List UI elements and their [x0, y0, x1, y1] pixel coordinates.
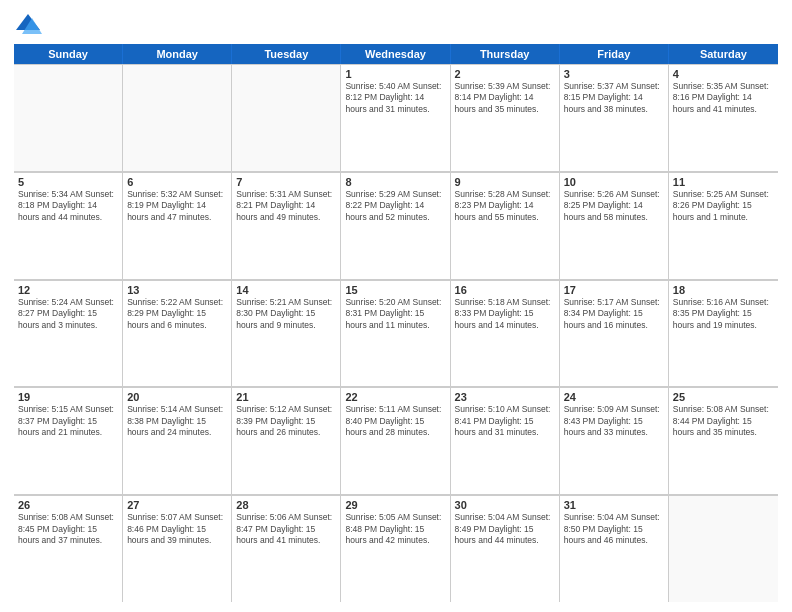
day-cell-14: 14Sunrise: 5:21 AM Sunset: 8:30 PM Dayli…: [232, 280, 341, 387]
day-info: Sunrise: 5:34 AM Sunset: 8:18 PM Dayligh…: [18, 189, 118, 223]
day-cell-12: 12Sunrise: 5:24 AM Sunset: 8:27 PM Dayli…: [14, 280, 123, 387]
day-number: 17: [564, 284, 664, 296]
day-cell-28: 28Sunrise: 5:06 AM Sunset: 8:47 PM Dayli…: [232, 495, 341, 602]
day-cell-22: 22Sunrise: 5:11 AM Sunset: 8:40 PM Dayli…: [341, 387, 450, 494]
page: SundayMondayTuesdayWednesdayThursdayFrid…: [0, 0, 792, 612]
header-day-thursday: Thursday: [451, 44, 560, 64]
day-cell-15: 15Sunrise: 5:20 AM Sunset: 8:31 PM Dayli…: [341, 280, 450, 387]
empty-cell: [123, 64, 232, 171]
day-info: Sunrise: 5:11 AM Sunset: 8:40 PM Dayligh…: [345, 404, 445, 438]
day-cell-16: 16Sunrise: 5:18 AM Sunset: 8:33 PM Dayli…: [451, 280, 560, 387]
day-number: 18: [673, 284, 774, 296]
day-cell-26: 26Sunrise: 5:08 AM Sunset: 8:45 PM Dayli…: [14, 495, 123, 602]
day-number: 3: [564, 68, 664, 80]
day-cell-21: 21Sunrise: 5:12 AM Sunset: 8:39 PM Dayli…: [232, 387, 341, 494]
day-info: Sunrise: 5:20 AM Sunset: 8:31 PM Dayligh…: [345, 297, 445, 331]
day-number: 4: [673, 68, 774, 80]
calendar-week-4: 19Sunrise: 5:15 AM Sunset: 8:37 PM Dayli…: [14, 387, 778, 495]
day-number: 13: [127, 284, 227, 296]
day-cell-18: 18Sunrise: 5:16 AM Sunset: 8:35 PM Dayli…: [669, 280, 778, 387]
day-info: Sunrise: 5:06 AM Sunset: 8:47 PM Dayligh…: [236, 512, 336, 546]
day-info: Sunrise: 5:31 AM Sunset: 8:21 PM Dayligh…: [236, 189, 336, 223]
day-number: 16: [455, 284, 555, 296]
day-cell-5: 5Sunrise: 5:34 AM Sunset: 8:18 PM Daylig…: [14, 172, 123, 279]
logo: [14, 10, 46, 38]
day-number: 21: [236, 391, 336, 403]
day-number: 29: [345, 499, 445, 511]
day-cell-20: 20Sunrise: 5:14 AM Sunset: 8:38 PM Dayli…: [123, 387, 232, 494]
day-number: 1: [345, 68, 445, 80]
header-day-saturday: Saturday: [669, 44, 778, 64]
day-number: 31: [564, 499, 664, 511]
day-cell-29: 29Sunrise: 5:05 AM Sunset: 8:48 PM Dayli…: [341, 495, 450, 602]
logo-icon: [14, 10, 42, 38]
day-cell-3: 3Sunrise: 5:37 AM Sunset: 8:15 PM Daylig…: [560, 64, 669, 171]
empty-cell: [14, 64, 123, 171]
day-info: Sunrise: 5:35 AM Sunset: 8:16 PM Dayligh…: [673, 81, 774, 115]
day-info: Sunrise: 5:05 AM Sunset: 8:48 PM Dayligh…: [345, 512, 445, 546]
day-number: 27: [127, 499, 227, 511]
day-cell-7: 7Sunrise: 5:31 AM Sunset: 8:21 PM Daylig…: [232, 172, 341, 279]
header-day-tuesday: Tuesday: [232, 44, 341, 64]
day-number: 26: [18, 499, 118, 511]
day-number: 20: [127, 391, 227, 403]
day-number: 11: [673, 176, 774, 188]
day-number: 10: [564, 176, 664, 188]
day-cell-8: 8Sunrise: 5:29 AM Sunset: 8:22 PM Daylig…: [341, 172, 450, 279]
day-info: Sunrise: 5:08 AM Sunset: 8:44 PM Dayligh…: [673, 404, 774, 438]
header-day-wednesday: Wednesday: [341, 44, 450, 64]
day-info: Sunrise: 5:37 AM Sunset: 8:15 PM Dayligh…: [564, 81, 664, 115]
day-cell-2: 2Sunrise: 5:39 AM Sunset: 8:14 PM Daylig…: [451, 64, 560, 171]
day-info: Sunrise: 5:21 AM Sunset: 8:30 PM Dayligh…: [236, 297, 336, 331]
header-day-sunday: Sunday: [14, 44, 123, 64]
day-number: 28: [236, 499, 336, 511]
day-info: Sunrise: 5:12 AM Sunset: 8:39 PM Dayligh…: [236, 404, 336, 438]
day-cell-31: 31Sunrise: 5:04 AM Sunset: 8:50 PM Dayli…: [560, 495, 669, 602]
day-info: Sunrise: 5:16 AM Sunset: 8:35 PM Dayligh…: [673, 297, 774, 331]
calendar-week-3: 12Sunrise: 5:24 AM Sunset: 8:27 PM Dayli…: [14, 280, 778, 388]
day-info: Sunrise: 5:09 AM Sunset: 8:43 PM Dayligh…: [564, 404, 664, 438]
day-cell-11: 11Sunrise: 5:25 AM Sunset: 8:26 PM Dayli…: [669, 172, 778, 279]
day-number: 19: [18, 391, 118, 403]
header-day-monday: Monday: [123, 44, 232, 64]
calendar-header: SundayMondayTuesdayWednesdayThursdayFrid…: [14, 44, 778, 64]
day-info: Sunrise: 5:08 AM Sunset: 8:45 PM Dayligh…: [18, 512, 118, 546]
day-info: Sunrise: 5:15 AM Sunset: 8:37 PM Dayligh…: [18, 404, 118, 438]
calendar-week-1: 1Sunrise: 5:40 AM Sunset: 8:12 PM Daylig…: [14, 64, 778, 172]
day-info: Sunrise: 5:10 AM Sunset: 8:41 PM Dayligh…: [455, 404, 555, 438]
day-number: 5: [18, 176, 118, 188]
day-info: Sunrise: 5:28 AM Sunset: 8:23 PM Dayligh…: [455, 189, 555, 223]
day-info: Sunrise: 5:18 AM Sunset: 8:33 PM Dayligh…: [455, 297, 555, 331]
day-cell-10: 10Sunrise: 5:26 AM Sunset: 8:25 PM Dayli…: [560, 172, 669, 279]
day-info: Sunrise: 5:25 AM Sunset: 8:26 PM Dayligh…: [673, 189, 774, 223]
day-number: 25: [673, 391, 774, 403]
day-number: 8: [345, 176, 445, 188]
day-number: 23: [455, 391, 555, 403]
day-number: 9: [455, 176, 555, 188]
day-cell-24: 24Sunrise: 5:09 AM Sunset: 8:43 PM Dayli…: [560, 387, 669, 494]
day-number: 15: [345, 284, 445, 296]
day-info: Sunrise: 5:04 AM Sunset: 8:49 PM Dayligh…: [455, 512, 555, 546]
empty-cell: [232, 64, 341, 171]
header: [14, 10, 778, 38]
calendar: SundayMondayTuesdayWednesdayThursdayFrid…: [14, 44, 778, 602]
day-info: Sunrise: 5:29 AM Sunset: 8:22 PM Dayligh…: [345, 189, 445, 223]
day-info: Sunrise: 5:39 AM Sunset: 8:14 PM Dayligh…: [455, 81, 555, 115]
day-cell-27: 27Sunrise: 5:07 AM Sunset: 8:46 PM Dayli…: [123, 495, 232, 602]
day-cell-9: 9Sunrise: 5:28 AM Sunset: 8:23 PM Daylig…: [451, 172, 560, 279]
day-number: 24: [564, 391, 664, 403]
header-day-friday: Friday: [560, 44, 669, 64]
day-cell-6: 6Sunrise: 5:32 AM Sunset: 8:19 PM Daylig…: [123, 172, 232, 279]
day-number: 14: [236, 284, 336, 296]
day-cell-25: 25Sunrise: 5:08 AM Sunset: 8:44 PM Dayli…: [669, 387, 778, 494]
day-info: Sunrise: 5:14 AM Sunset: 8:38 PM Dayligh…: [127, 404, 227, 438]
day-info: Sunrise: 5:22 AM Sunset: 8:29 PM Dayligh…: [127, 297, 227, 331]
day-info: Sunrise: 5:26 AM Sunset: 8:25 PM Dayligh…: [564, 189, 664, 223]
day-number: 22: [345, 391, 445, 403]
day-cell-1: 1Sunrise: 5:40 AM Sunset: 8:12 PM Daylig…: [341, 64, 450, 171]
day-info: Sunrise: 5:04 AM Sunset: 8:50 PM Dayligh…: [564, 512, 664, 546]
day-number: 7: [236, 176, 336, 188]
day-cell-30: 30Sunrise: 5:04 AM Sunset: 8:49 PM Dayli…: [451, 495, 560, 602]
day-info: Sunrise: 5:17 AM Sunset: 8:34 PM Dayligh…: [564, 297, 664, 331]
empty-cell: [669, 495, 778, 602]
